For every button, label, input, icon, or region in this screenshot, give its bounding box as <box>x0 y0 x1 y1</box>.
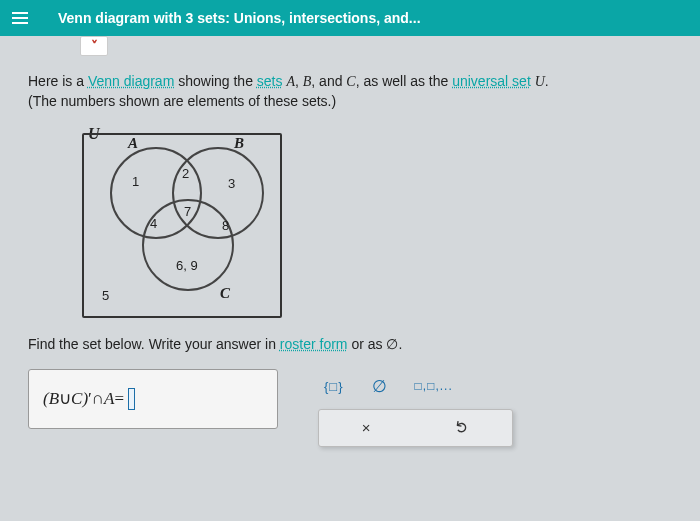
menu-icon[interactable] <box>12 12 28 24</box>
toolbox: {□} ∅ □,□,... × ↺ <box>318 369 513 449</box>
element-6-9: 6, 9 <box>176 257 198 275</box>
reset-button[interactable]: ↺ <box>451 419 475 436</box>
page-title: Venn diagram with 3 sets: Unions, inters… <box>58 10 421 26</box>
label-B: B <box>234 133 244 154</box>
braces-button[interactable]: {□} <box>324 378 344 396</box>
chevron-down-icon[interactable]: ˅ <box>80 36 108 56</box>
venn-diagram: U A B C 1 2 3 4 7 8 6, 9 5 <box>82 125 292 325</box>
label-A: A <box>128 133 138 154</box>
sequence-button[interactable]: □,□,... <box>415 378 453 395</box>
element-3: 3 <box>228 175 235 193</box>
label-C: C <box>220 283 230 304</box>
input-cursor[interactable] <box>128 388 135 410</box>
clear-button[interactable]: × <box>362 417 371 438</box>
header-bar: Venn diagram with 3 sets: Unions, inters… <box>0 0 700 36</box>
question-prompt: Find the set below. Write your answer in… <box>28 335 672 355</box>
sets-link[interactable]: sets <box>257 73 283 89</box>
element-5: 5 <box>102 287 109 305</box>
element-1: 1 <box>132 173 139 191</box>
answer-input-box[interactable]: (B ∪ C)′ ∩ A = <box>28 369 278 429</box>
intro-line-1: Here is a Venn diagram showing the sets … <box>28 72 672 92</box>
intro-line-2: (The numbers shown are elements of these… <box>28 92 672 112</box>
content-area: Here is a Venn diagram showing the sets … <box>0 36 700 449</box>
element-8: 8 <box>222 217 229 235</box>
element-2: 2 <box>182 165 189 183</box>
universal-set-link[interactable]: universal set <box>452 73 531 89</box>
roster-form-link[interactable]: roster form <box>280 336 348 352</box>
element-4: 4 <box>150 215 157 233</box>
element-7: 7 <box>184 203 191 221</box>
emptyset-button[interactable]: ∅ <box>372 375 387 399</box>
venn-diagram-link[interactable]: Venn diagram <box>88 73 174 89</box>
